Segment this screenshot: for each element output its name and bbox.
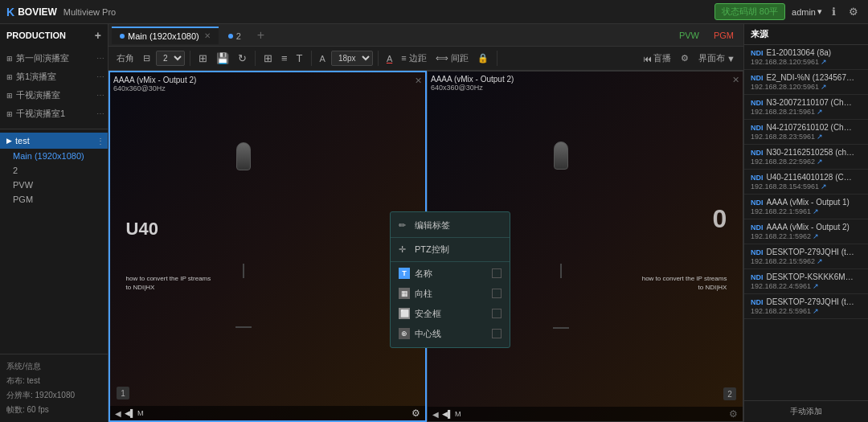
source-item-9[interactable]: NDI DESKTOP-KSKKK6M (Intel U...) 192.168…	[744, 269, 868, 294]
source-item-3[interactable]: NDI N4-21072610102 (Channel-1) 192.168.2…	[744, 120, 868, 145]
main-layout: PRODUCTION + ⊞ 第一间演播室 ⋯ ⊞ 第1演播室 ⋯ ⊞ 千视演播…	[0, 24, 868, 422]
video-panel-1[interactable]: U40 how to convert the IP streamsto NDI|…	[108, 71, 427, 422]
source-7-name: AAAA (vMix - Output 2)	[767, 223, 850, 231]
source-item-1[interactable]: NDI E2_NDI-%N (1234567809) 192.168.28.12…	[744, 70, 868, 95]
settings-icon-top[interactable]: ⚙	[845, 6, 862, 18]
tab-main-label: Main (1920x1080)	[128, 31, 199, 41]
ctx-pillar-checkbox[interactable]	[492, 289, 502, 298]
source-item-2[interactable]: NDI N3-20072110107 (Channel-1) 192.168.2…	[744, 95, 868, 120]
font-label-btn[interactable]: A	[317, 52, 329, 65]
source-item-8[interactable]: NDI DESKTOP-279JQHI (test_PG...) 192.168…	[744, 244, 868, 269]
lock-btn[interactable]: 🔒	[474, 51, 492, 65]
fullscreen-btn[interactable]: 界面布 ▼	[695, 51, 739, 66]
sidebar-sub-2[interactable]: 2	[0, 163, 108, 178]
info-icon[interactable]: ℹ	[829, 6, 839, 18]
source-4-link[interactable]: ↗	[817, 158, 823, 166]
font-size-select[interactable]: 18px 14px 12px	[331, 51, 373, 66]
source-1-link[interactable]: ↗	[821, 83, 827, 91]
source-item-10[interactable]: NDI DESKTOP-279JQHI (test_Ma...) 192.168…	[744, 294, 868, 319]
source-8-link[interactable]: ↗	[817, 257, 823, 265]
source-0-link[interactable]: ↗	[821, 58, 827, 66]
ctx-name-checkbox[interactable]	[492, 268, 502, 278]
source-3-label: NDI N4-21072610102 (Channel-1)	[751, 123, 862, 132]
source-9-link[interactable]: ↗	[813, 282, 819, 290]
group-more-g4[interactable]: ⋯	[96, 109, 104, 118]
sub-pgm-label: PGM	[13, 195, 33, 204]
ctx-ptz-icon: ✛	[399, 244, 410, 255]
status-button[interactable]: 状态码胡 80平	[714, 3, 785, 20]
source-2-link[interactable]: ↗	[817, 108, 823, 116]
source-4-label: NDI N30-21162510258 (channel...)	[751, 148, 862, 157]
add-manually-button[interactable]: 手动添加	[751, 406, 862, 417]
source-5-link[interactable]: ↗	[821, 182, 827, 191]
source-item-6[interactable]: NDI AAAA (vMix - Output 1) 192.168.22.1:…	[744, 195, 868, 219]
ctx-center[interactable]: ⊕ 中心线	[391, 324, 510, 344]
add-production-button[interactable]: +	[95, 29, 101, 42]
source-3-link[interactable]: ↗	[817, 133, 823, 141]
group-more-g2[interactable]: ⋯	[96, 72, 104, 81]
font-color-btn[interactable]: A	[383, 52, 395, 65]
view-grid-btn[interactable]: ⊞	[260, 51, 276, 66]
refresh-btn[interactable]: ↻	[235, 51, 250, 66]
source-item-4[interactable]: NDI N30-21162510258 (channel...) 192.168…	[744, 145, 868, 170]
grid-size-select[interactable]: 2 3 4	[156, 51, 185, 66]
source-9-ip: 192.168.22.4:5961 ↗	[751, 282, 862, 290]
tab-main[interactable]: Main (1920x1080) ✕	[112, 27, 219, 44]
tab-pgm[interactable]: PGM	[707, 27, 740, 43]
group-more-g3[interactable]: ⋯	[96, 91, 104, 100]
panel2-settings[interactable]: ⚙	[729, 408, 738, 420]
ctx-edit-label[interactable]: ✏ 编辑标签	[391, 215, 510, 236]
source-2-label: NDI N3-20072110107 (Channel-1)	[751, 98, 862, 107]
source-7-ip: 192.168.22.1:5962 ↗	[751, 232, 862, 240]
sidebar-sub-pvw[interactable]: PVW	[0, 178, 108, 192]
tab-2[interactable]: 2	[220, 27, 249, 44]
sidebar-item-g2[interactable]: ⊞ 第1演播室 ⋯	[0, 68, 108, 86]
ctx-edit-icon: ✏	[399, 220, 410, 231]
test-more[interactable]: ⋮	[96, 137, 104, 145]
source-9-badge: NDI	[751, 273, 764, 281]
sidebar-sub-pgm[interactable]: PGM	[0, 192, 108, 207]
group-more-g1[interactable]: ⋯	[96, 54, 104, 63]
sidebar-item-test[interactable]: ▶ test ⋮	[0, 133, 108, 149]
settings-btn[interactable]: ⚙	[678, 51, 692, 65]
layout-icon[interactable]: ⊟	[140, 51, 154, 65]
panel1-mic-icon: ◀	[115, 409, 121, 418]
spacing-btn[interactable]: ⟺ 间距	[432, 51, 472, 66]
tab-pvw[interactable]: PVW	[673, 27, 706, 43]
grid-layout-btn[interactable]: ⊞	[195, 51, 211, 66]
ctx-pillar[interactable]: ▦ 向柱	[391, 284, 510, 304]
ctx-safety-checkbox[interactable]	[492, 309, 502, 318]
sidebar-sub-main[interactable]: Main (1920x1080)	[0, 149, 108, 163]
source-6-link[interactable]: ↗	[813, 207, 819, 215]
footer-fps: 帧数: 60 fps	[6, 403, 101, 417]
view-list-btn[interactable]: ≡	[278, 51, 291, 66]
sub-2-label: 2	[13, 166, 18, 175]
align-text-btn[interactable]: ≡ 边距	[398, 51, 429, 66]
sidebar: PRODUCTION + ⊞ 第一间演播室 ⋯ ⊞ 第1演播室 ⋯ ⊞ 千视演播…	[0, 24, 108, 422]
sidebar-item-g3[interactable]: ⊞ 千视演播室 ⋯	[0, 86, 108, 104]
sidebar-header: PRODUCTION +	[0, 24, 108, 47]
admin-menu[interactable]: admin ▾	[792, 6, 822, 17]
sidebar-item-g4[interactable]: ⊞ 千视演播室1 ⋯	[0, 104, 108, 123]
ctx-ptz[interactable]: ✛ PTZ控制	[391, 240, 510, 260]
tab-add-button[interactable]: +	[251, 28, 271, 43]
source-8-badge: NDI	[751, 248, 764, 256]
source-7-link[interactable]: ↗	[813, 232, 819, 240]
panel1-settings-dot[interactable]: ⚙	[411, 408, 420, 419]
sidebar-item-g1[interactable]: ⊞ 第一间演播室 ⋯	[0, 49, 108, 68]
tab-2-label: 2	[236, 31, 241, 41]
source-10-link[interactable]: ↗	[813, 307, 819, 315]
tab-main-close[interactable]: ✕	[204, 31, 211, 40]
ctx-center-checkbox[interactable]	[492, 329, 502, 338]
source-item-5[interactable]: NDI U40-21164010128 (Channel...) 192.168…	[744, 170, 868, 195]
text-btn[interactable]: T	[293, 51, 306, 66]
ctx-safety[interactable]: ⬜ 安全框	[391, 304, 510, 324]
ctx-name[interactable]: T 名称	[391, 264, 510, 284]
live-btn[interactable]: ⏮ 盲播	[640, 51, 674, 66]
ctx-safety-icon: ⬜	[399, 308, 410, 319]
source-item-7[interactable]: NDI AAAA (vMix - Output 2) 192.168.22.1:…	[744, 219, 868, 244]
save-btn[interactable]: 💾	[213, 51, 232, 66]
source-item-0[interactable]: NDI E1-20013064 (8a) 192.168.28.120:5961…	[744, 45, 868, 70]
panel2-close[interactable]: ✕	[732, 75, 739, 85]
panel1-close[interactable]: ✕	[415, 76, 422, 86]
